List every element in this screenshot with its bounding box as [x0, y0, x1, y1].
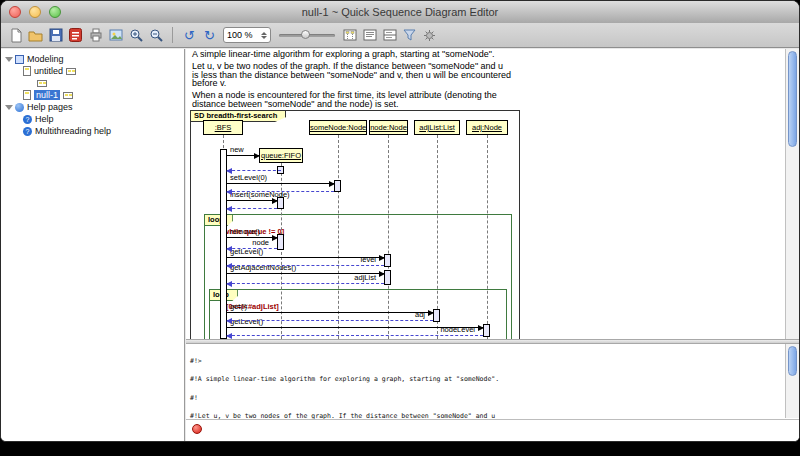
return-create — [227, 161, 281, 171]
disclosure-triangle-icon[interactable] — [5, 57, 12, 62]
lifeline-head-node: node:Node — [369, 120, 408, 135]
status-bar — [186, 419, 799, 441]
toolbar-separator — [172, 27, 173, 43]
disclosure-triangle-icon[interactable] — [5, 105, 12, 110]
diagram-thumbnail-icon — [66, 68, 76, 75]
filter-icon[interactable] — [400, 26, 419, 45]
project-tree[interactable]: Modeling untitled null-1 Help pages ? He… — [1, 49, 185, 441]
diagram-file-icon — [23, 90, 31, 100]
tree-item-diagram-node[interactable] — [1, 77, 184, 89]
lifeline-head-adjlist: adjList:List — [414, 120, 460, 135]
tree-item-label-selected: null-1 — [34, 90, 60, 100]
loop-operator-label: loop — [205, 215, 233, 226]
diagram-canvas[interactable]: A simple linear-time algorithm for explo… — [186, 49, 785, 339]
tree-item-label: Multithreading help — [35, 126, 111, 136]
diagram-description: A simple linear-time algorithm for explo… — [192, 50, 511, 109]
tree-item-help[interactable]: ? Help — [1, 113, 184, 125]
activation-node-getlevel — [384, 254, 391, 267]
diagram-scrollbar[interactable] — [785, 49, 799, 339]
tree-item-help-pages[interactable]: Help pages — [1, 101, 184, 113]
save-file-icon[interactable] — [46, 26, 65, 45]
new-file-icon[interactable] — [6, 26, 25, 45]
zoom-level-value: 100 % — [227, 30, 258, 40]
minimize-button[interactable] — [29, 6, 41, 18]
tree-item-null-1[interactable]: null-1 — [1, 89, 184, 101]
description-line: before v. — [192, 79, 511, 88]
tree-item-label: Modeling — [27, 54, 64, 64]
help-icon: ? — [23, 115, 32, 124]
modeling-icon — [15, 55, 24, 64]
split-view-icon[interactable] — [380, 26, 399, 45]
tree-item-modeling[interactable]: Modeling — [1, 53, 184, 65]
source-line: #!> — [190, 358, 785, 364]
zoom-slider[interactable] — [279, 27, 335, 43]
undo-icon[interactable]: ↺ — [180, 26, 199, 45]
return-level: level — [227, 256, 384, 266]
return-adjlist: adjList — [227, 274, 384, 284]
activation-adj-getlevel — [483, 324, 490, 337]
print-icon[interactable] — [86, 26, 105, 45]
return-insert — [227, 199, 277, 209]
tree-item-untitled[interactable]: untitled — [1, 65, 184, 77]
export-image-icon[interactable] — [106, 26, 125, 45]
description-line: distance between "someNode" and the node… — [192, 100, 511, 109]
zoom-level-select[interactable]: 100 % — [223, 27, 271, 43]
tree-item-label: Help — [35, 114, 54, 124]
diagram-thumbnail-icon — [37, 80, 47, 87]
source-scrollbar-thumb[interactable] — [788, 346, 797, 376]
source-scrollbar[interactable] — [785, 344, 799, 418]
diagram-thumbnail-icon — [63, 92, 73, 99]
activation-somenode — [334, 180, 341, 192]
source-view-icon[interactable] — [360, 26, 379, 45]
lifeline-head-bfs: :BFS — [203, 120, 243, 135]
return-node: node — [227, 239, 277, 249]
zoom-window-button[interactable] — [49, 6, 61, 18]
activation-bfs — [220, 149, 227, 339]
settings-icon[interactable] — [420, 26, 439, 45]
help-root-icon — [15, 103, 24, 112]
lifeline-head-adj: adj:Node — [466, 120, 508, 135]
return-nodelevel: nodeLevel — [227, 326, 483, 336]
tree-item-label: Help pages — [27, 102, 73, 112]
window-title: null-1 ~ Quick Sequence Diagram Editor — [1, 1, 799, 23]
description-line: is less than the distance between "someN… — [192, 71, 511, 80]
activation-node-getadj — [384, 270, 391, 285]
description-line: A simple linear-time algorithm for explo… — [192, 50, 511, 59]
lifeline-adj — [487, 135, 488, 339]
open-file-icon[interactable] — [26, 26, 45, 45]
app-window: null-1 ~ Quick Sequence Diagram Editor ↺… — [0, 0, 800, 442]
redo-icon[interactable]: ↻ — [200, 26, 219, 45]
zoom-slider-knob[interactable] — [301, 30, 310, 39]
zoom-stepper-icon[interactable] — [261, 32, 267, 39]
tree-item-label: untitled — [34, 66, 63, 76]
export-pdf-icon[interactable] — [66, 26, 85, 45]
message-new: new — [227, 146, 259, 156]
lifeline-head-somenode: someNode:Node — [309, 120, 367, 135]
zoom-in-icon[interactable] — [126, 26, 145, 45]
message-remove: remove() — [227, 228, 277, 238]
sequence-view-icon[interactable] — [340, 26, 359, 45]
tree-item-multithreading-help[interactable]: ? Multithreading help — [1, 125, 184, 137]
close-button[interactable] — [9, 6, 21, 18]
zoom-out-icon[interactable] — [146, 26, 165, 45]
window-titlebar[interactable]: null-1 ~ Quick Sequence Diagram Editor — [1, 1, 799, 24]
main-toolbar: ↺ ↻ 100 % — [1, 23, 799, 48]
diagram-file-icon — [23, 66, 31, 76]
source-line: #!A simple linear-time algorithm for exp… — [190, 376, 785, 382]
main-area: A simple linear-time algorithm for explo… — [186, 49, 799, 441]
help-icon: ? — [23, 127, 32, 136]
return-setlevel — [227, 182, 334, 192]
diagram-scrollbar-thumb[interactable] — [788, 51, 797, 147]
error-indicator-icon — [192, 424, 202, 434]
source-editor[interactable]: #!> #!A simple linear-time algorithm for… — [186, 344, 785, 420]
source-line: #! — [190, 395, 785, 401]
return-adj: adj — [227, 311, 433, 321]
